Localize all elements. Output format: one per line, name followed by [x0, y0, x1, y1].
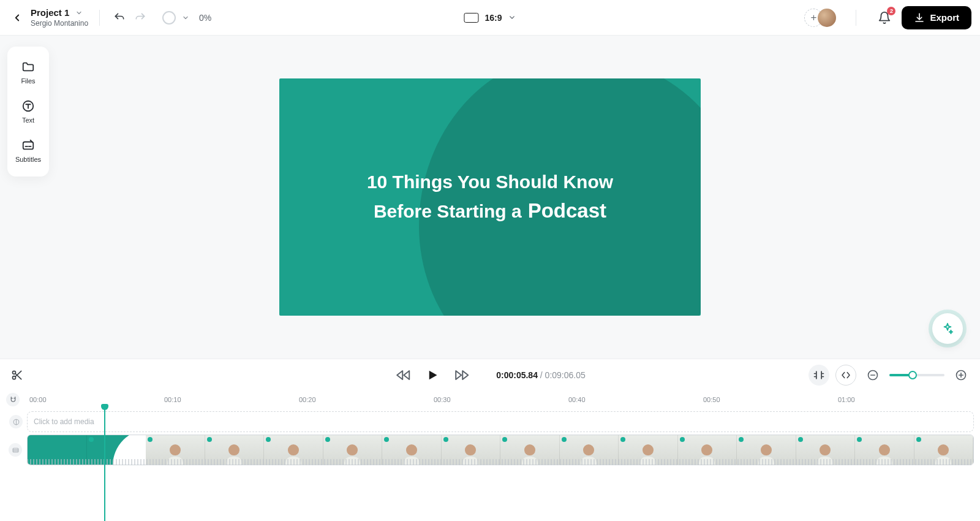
- project-title-text: Project 1: [31, 7, 69, 18]
- chevron-left-icon: [12, 12, 23, 23]
- svg-marker-8: [429, 370, 437, 379]
- add-media-track[interactable]: Click to add media: [27, 411, 974, 432]
- timeline-view-controls: [809, 365, 971, 386]
- notifications-button[interactable]: 2: [876, 9, 893, 26]
- tc-separator: /: [538, 370, 545, 380]
- fast-forward-icon: [454, 368, 469, 382]
- top-bar: Project 1 Sergio Montanino 0% 16:9 + 2 E…: [0, 0, 980, 36]
- trim-icon: [813, 369, 825, 381]
- aspect-ratio-value: 16:9: [484, 13, 502, 23]
- chevron-down-icon: [75, 9, 83, 17]
- download-icon: [914, 12, 925, 23]
- fit-timeline-button[interactable]: [835, 365, 856, 386]
- rewind-icon: [396, 368, 410, 382]
- notification-badge: 2: [887, 7, 895, 15]
- ruler-mark: 00:00: [29, 396, 47, 403]
- ruler-mark: 01:00: [838, 396, 855, 403]
- chevron-down-icon: [508, 13, 516, 21]
- layers-icon: [12, 418, 20, 426]
- video-track-icon: [9, 443, 22, 457]
- sidebar-label: Subtitles: [15, 156, 41, 163]
- subtitles-icon: [21, 139, 35, 152]
- divider: [856, 10, 856, 26]
- playback-bar: 0:00:05.84 / 0:09:06.05: [0, 359, 980, 390]
- video-track[interactable]: [27, 435, 974, 465]
- sidebar-item-text[interactable]: Text: [7, 92, 49, 131]
- add-media-placeholder: Click to add media: [34, 417, 94, 426]
- progress-percent: 0%: [199, 13, 211, 23]
- preview-line2a: Before Starting a: [374, 197, 522, 225]
- snap-toggle[interactable]: [6, 393, 20, 406]
- current-time: 0:00:05.84: [496, 370, 538, 380]
- ruler-mark: 00:40: [568, 396, 586, 403]
- project-title[interactable]: Project 1: [31, 7, 88, 18]
- fit-icon: [840, 370, 851, 381]
- svg-marker-6: [397, 371, 402, 379]
- zoom-out-button[interactable]: [862, 365, 883, 386]
- time-ruler[interactable]: 00:00 00:10 00:20 00:30 00:40 00:50 01:0…: [0, 390, 980, 409]
- redo-icon: [134, 12, 146, 24]
- play-icon: [426, 368, 439, 382]
- folder-icon: [21, 60, 35, 74]
- playhead[interactable]: [104, 409, 105, 521]
- sidebar-item-subtitles[interactable]: Subtitles: [7, 131, 49, 170]
- sidebar-label: Files: [21, 77, 35, 85]
- play-button[interactable]: [424, 367, 441, 384]
- preview-title-text: 10 Things You Should Know Before Startin…: [279, 78, 701, 316]
- timeline: 00:00 00:10 00:20 00:30 00:40 00:50 01:0…: [0, 390, 980, 521]
- video-preview[interactable]: 10 Things You Should Know Before Startin…: [279, 78, 701, 316]
- chevron-down-icon[interactable]: [182, 14, 189, 21]
- progress-indicator: [162, 11, 176, 25]
- project-owner: Sergio Montanino: [31, 19, 88, 28]
- preview-line2b: Podcast: [528, 196, 606, 226]
- zoom-in-button[interactable]: [951, 365, 971, 386]
- forward-button[interactable]: [453, 367, 470, 384]
- magnet-icon: [9, 396, 17, 404]
- ai-assist-button[interactable]: [932, 313, 963, 344]
- aspect-ratio-icon: [464, 13, 478, 23]
- zoom-slider[interactable]: [889, 374, 944, 376]
- overlay-track-icon: [9, 415, 23, 428]
- undo-icon: [113, 12, 126, 24]
- svg-marker-10: [456, 371, 461, 379]
- film-icon: [12, 446, 20, 454]
- rewind-button[interactable]: [394, 367, 412, 384]
- trim-mode-button[interactable]: [809, 365, 829, 386]
- sidebar-label: Text: [22, 116, 34, 124]
- side-panel: Files Text Subtitles: [7, 47, 49, 177]
- duration: 0:09:06.05: [545, 370, 586, 380]
- preview-stage: Files Text Subtitles 10 Things You Shoul…: [0, 36, 980, 359]
- redo-button[interactable]: [132, 9, 149, 26]
- svg-rect-17: [13, 448, 18, 452]
- top-right-controls: + 2 Export: [804, 6, 971, 29]
- scissors-icon: [11, 369, 23, 381]
- project-info: Project 1 Sergio Montanino: [31, 7, 88, 28]
- back-button[interactable]: [9, 9, 26, 26]
- svg-marker-7: [404, 371, 409, 379]
- text-icon: [21, 99, 35, 113]
- svg-rect-1: [23, 142, 34, 150]
- export-button[interactable]: Export: [902, 6, 971, 29]
- divider: [99, 10, 100, 26]
- cut-button[interactable]: [9, 367, 26, 384]
- user-avatar[interactable]: [818, 9, 836, 27]
- plus-circle-icon: [955, 369, 967, 381]
- timecode: 0:00:05.84 / 0:09:06.05: [496, 370, 586, 380]
- ruler-mark: 00:10: [164, 396, 181, 403]
- ruler-mark: 00:30: [434, 396, 451, 403]
- sparkle-icon: [941, 322, 954, 335]
- audio-waveform: [27, 459, 974, 465]
- preview-line1: 10 Things You Should Know: [367, 168, 613, 196]
- sidebar-item-files[interactable]: Files: [7, 53, 49, 92]
- minus-circle-icon: [867, 369, 879, 381]
- ruler-mark: 00:20: [299, 396, 316, 403]
- svg-marker-9: [462, 371, 468, 379]
- export-label: Export: [930, 12, 959, 23]
- zoom-thumb[interactable]: [908, 371, 917, 379]
- playback-controls: 0:00:05.84 / 0:09:06.05: [394, 367, 586, 384]
- undo-button[interactable]: [111, 9, 128, 26]
- ruler-mark: 00:50: [703, 396, 720, 403]
- aspect-ratio-selector[interactable]: 16:9: [464, 13, 516, 23]
